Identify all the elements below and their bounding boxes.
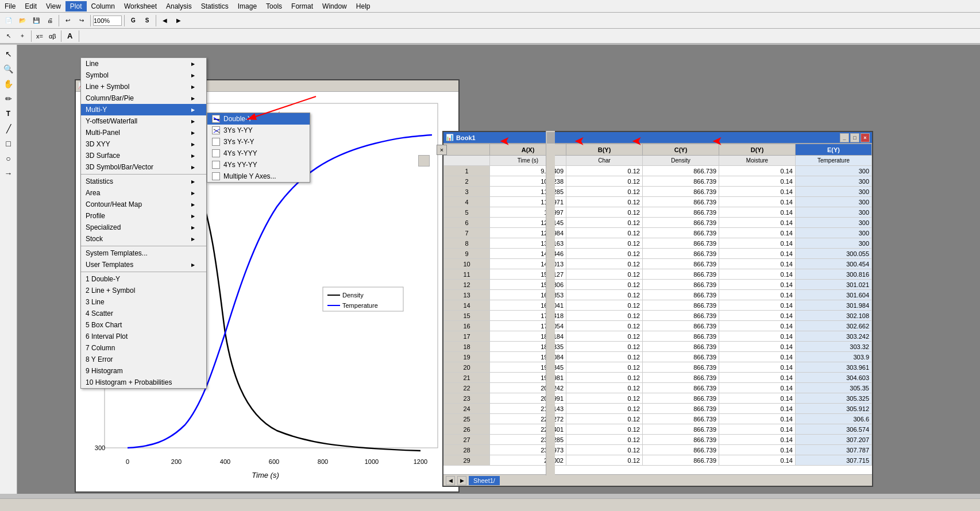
scroll-left[interactable]: ◀ [446, 476, 455, 485]
cell[interactable]: 0.12 [566, 342, 643, 352]
cell[interactable]: 0.14 [719, 383, 796, 393]
row-header[interactable]: 14 [444, 300, 490, 311]
cell[interactable]: 0.12 [566, 393, 643, 404]
sb-pan[interactable]: ✋ [2, 77, 16, 91]
menu-column-bar-pie[interactable]: Column/Bar/Pie ▶ [81, 92, 206, 104]
submenu-double-y[interactable]: Double-Y [207, 113, 310, 125]
cell[interactable]: 866.739 [643, 455, 719, 466]
cell[interactable]: 0.12 [566, 424, 643, 435]
tb-g[interactable]: G [127, 14, 140, 27]
cell[interactable]: 866.739 [643, 280, 719, 290]
cell[interactable]: 0.12 [566, 414, 643, 424]
sb-text[interactable]: T [2, 107, 16, 121]
submenu-multiple-y[interactable]: Multiple Y Axes... [207, 171, 310, 182]
cell[interactable]: 866.739 [643, 331, 719, 342]
sb-circle[interactable]: ○ [2, 152, 16, 165]
row-header[interactable]: 18 [444, 342, 490, 352]
submenu-4ys-yyy[interactable]: 4Ys Y-YYY [207, 148, 310, 159]
cell[interactable]: 0.12 [566, 249, 643, 259]
cell[interactable]: 0.12 [566, 404, 643, 414]
menu-recent-4[interactable]: 4 Scatter [81, 308, 206, 319]
cell[interactable]: 0.12 [566, 176, 643, 187]
menu-area[interactable]: Area ▶ [81, 187, 206, 199]
menu-multi-panel[interactable]: Multi-Panel ▶ [81, 127, 206, 138]
menu-analysis[interactable]: Analysis [161, 1, 196, 11]
tb-pointer[interactable]: ↖ [2, 30, 15, 42]
row-header[interactable]: 23 [444, 393, 490, 404]
cell[interactable]: 301.021 [796, 280, 872, 290]
menu-column[interactable]: Column [87, 1, 119, 11]
menu-recent-5[interactable]: 5 Box Chart [81, 319, 206, 331]
cell[interactable]: 307.715 [796, 455, 872, 466]
row-header[interactable]: 13 [444, 290, 490, 300]
cell[interactable]: 866.739 [643, 176, 719, 187]
scroll-right[interactable]: ▶ [457, 476, 466, 485]
menu-statistics[interactable]: Statistics ▶ [81, 176, 206, 187]
row-header[interactable]: 20 [444, 362, 490, 373]
cell[interactable]: 866.739 [643, 435, 719, 445]
cell[interactable]: 866.739 [643, 290, 719, 300]
cell[interactable]: 0.12 [566, 238, 643, 249]
win-minimize[interactable]: _ [840, 133, 849, 142]
menu-worksheet[interactable]: Worksheet [119, 1, 161, 11]
menu-recent-9[interactable]: 9 Histogram [81, 365, 206, 377]
cell[interactable]: 300 [796, 197, 872, 207]
row-header[interactable]: 6 [444, 218, 490, 228]
cell[interactable]: 0.12 [566, 197, 643, 207]
menu-specialized[interactable]: Specialized ▶ [81, 222, 206, 233]
cell[interactable]: 866.739 [643, 207, 719, 218]
cell[interactable]: 300.454 [796, 259, 872, 269]
row-header[interactable]: 28 [444, 445, 490, 455]
cell[interactable]: 0.12 [566, 269, 643, 280]
cell[interactable]: 0.14 [719, 187, 796, 197]
cell[interactable]: 0.12 [566, 228, 643, 238]
cell[interactable]: 0.14 [719, 300, 796, 311]
menu-statistics[interactable]: Statistics [196, 1, 233, 11]
cell[interactable]: 0.12 [566, 455, 643, 466]
cell[interactable]: 0.12 [566, 280, 643, 290]
tb-new[interactable]: 📄 [2, 14, 15, 27]
tb-misc2[interactable]: ▶ [172, 14, 185, 27]
cell[interactable]: 0.14 [719, 166, 796, 176]
row-header[interactable]: 4 [444, 197, 490, 207]
cell[interactable]: 866.739 [643, 238, 719, 249]
col-header-dy[interactable]: D(Y) [719, 144, 796, 156]
cell[interactable]: 300.055 [796, 249, 872, 259]
cell[interactable]: 302.662 [796, 321, 872, 331]
menu-3d-xyy[interactable]: 3D XYY ▶ [81, 138, 206, 150]
dialog-close-btn[interactable] [418, 155, 430, 167]
cell[interactable]: 866.739 [643, 424, 719, 435]
sheet-tab[interactable]: Sheet1/ [469, 476, 500, 485]
cell[interactable]: 303.242 [796, 331, 872, 342]
cell[interactable]: 866.739 [643, 166, 719, 176]
cell[interactable]: 866.739 [643, 321, 719, 331]
cell[interactable]: 0.14 [719, 362, 796, 373]
cell[interactable]: 305.325 [796, 393, 872, 404]
menu-recent-7[interactable]: 7 Column [81, 342, 206, 354]
cell[interactable]: 0.12 [566, 383, 643, 393]
cell[interactable]: 300 [796, 187, 872, 197]
sb-rect[interactable]: □ [2, 137, 16, 150]
cell[interactable]: 0.12 [566, 362, 643, 373]
menu-format[interactable]: Format [287, 1, 318, 11]
cell[interactable]: 866.739 [643, 249, 719, 259]
menu-recent-10[interactable]: 10 Histogram + Probabilities [81, 377, 206, 388]
cell[interactable]: 0.14 [719, 342, 796, 352]
cell[interactable]: 866.739 [643, 352, 719, 362]
sb-draw[interactable]: ✏ [2, 92, 16, 106]
cell[interactable]: 0.14 [719, 435, 796, 445]
row-header[interactable]: 22 [444, 383, 490, 393]
tb-open[interactable]: 📂 [16, 14, 29, 27]
cell[interactable]: 0.14 [719, 414, 796, 424]
cell[interactable]: 866.739 [643, 362, 719, 373]
row-header[interactable]: 9 [444, 249, 490, 259]
row-header[interactable]: 29 [444, 455, 490, 466]
cell[interactable]: 866.739 [643, 404, 719, 414]
cell[interactable]: 304.603 [796, 373, 872, 383]
sb-line[interactable]: ╱ [2, 122, 16, 136]
cell[interactable]: 302.108 [796, 311, 872, 321]
menu-profile[interactable]: Profile ▶ [81, 210, 206, 222]
submenu-3ys-yyy[interactable]: 3Ys Y-Y-Y [207, 136, 310, 148]
cell[interactable]: 0.12 [566, 331, 643, 342]
cell[interactable]: 0.12 [566, 321, 643, 331]
